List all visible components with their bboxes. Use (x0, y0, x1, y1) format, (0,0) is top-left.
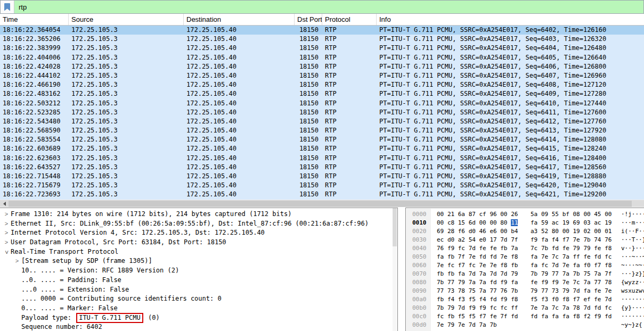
detail-line[interactable]: >Real-Time Transport Protocol (0, 247, 397, 257)
packet-row[interactable]: 18:16:22.643527172.25.105.3172.25.105.40… (0, 163, 644, 172)
packet-cell-protocol: RTP (322, 144, 377, 153)
hex-ascii: {wyzz··· ···~|zwx (621, 278, 644, 287)
collapse-chevron-icon[interactable]: > (2, 247, 11, 257)
packet-row[interactable]: 18:16:22.444102172.25.105.3172.25.105.40… (0, 71, 644, 80)
hex-byte: c8 (447, 219, 454, 226)
hex-byte: 7a (479, 321, 486, 328)
detail-line[interactable]: >Frame 1310: 214 bytes on wire (1712 bit… (0, 210, 397, 219)
expand-chevron-icon[interactable]: > (2, 210, 11, 219)
detail-line[interactable]: Sequence number: 6402 (0, 322, 397, 331)
packet-row[interactable]: 18:16:22.568590172.25.105.3172.25.105.40… (0, 126, 644, 135)
hex-row[interactable]: 00807b 77 79 7a 7a fd f9 fafe f9 f9 7e 7… (406, 278, 644, 287)
hex-row[interactable]: 00c0fc fb f5 f5 f7 fe 7f fdfd fa fa fa f… (406, 312, 644, 321)
column-header-time[interactable]: Time (0, 14, 69, 25)
packet-row[interactable]: 18:16:22.383999172.25.105.3172.25.105.40… (0, 44, 644, 53)
detail-line[interactable]: >Internet Protocol Version 4, Src: 172.2… (0, 228, 397, 238)
expand-chevron-icon[interactable]: > (2, 238, 11, 247)
packet-cell-time: 18:16:22.723693 (0, 190, 69, 199)
packet-row[interactable]: 18:16:22.583554172.25.105.3172.25.105.40… (0, 135, 644, 144)
hex-row[interactable]: 009077 73 78 75 7a 77 76 7b79 77 73 79 7… (406, 287, 644, 295)
column-header-dst_port[interactable]: Dst Port (295, 14, 322, 25)
packet-cell-destination: 172.25.105.40 (184, 117, 295, 126)
display-filter-input[interactable]: rtp (14, 1, 643, 13)
packet-row[interactable]: 18:16:22.715679172.25.105.3172.25.105.40… (0, 181, 644, 190)
detail-line[interactable]: >Ethernet II, Src: DLink_09:55:bf (00:26… (0, 219, 397, 229)
hex-byte: ec (437, 236, 444, 243)
column-header-protocol[interactable]: Protocol (322, 14, 377, 25)
packet-cell-protocol: RTP (322, 181, 377, 190)
hex-row[interactable]: 000000 21 6a 87 cf 96 00 265a 09 55 bf 0… (406, 210, 644, 219)
detail-line[interactable]: Payload type: ITU-T G.711 PCMU (0) (0, 313, 397, 323)
hex-byte: fa (541, 236, 548, 243)
hex-byte: 77 (437, 287, 444, 294)
packet-row[interactable]: 18:16:22.424028172.25.105.3172.25.105.40… (0, 62, 644, 71)
hex-row[interactable]: 0050fa fb 7f 7e fd fd 7e f8fa 7e 7c 7a f… (406, 253, 644, 261)
expand-chevron-icon[interactable]: > (13, 256, 21, 266)
filter-bookmark-button[interactable] (1, 1, 14, 13)
packet-cell-protocol: RTP (322, 71, 377, 80)
expand-chevron-icon[interactable]: > (2, 219, 11, 229)
hex-row[interactable]: 00a0fb f4 f3 f5 f4 fd f9 f8f5 f3 f0 f8 f… (406, 295, 644, 304)
packet-cell-info: PT=ITU-T G.711 PCMU, SSRC=0xA254E017, Se… (377, 163, 644, 172)
packet-cell-destination: 172.25.105.40 (184, 35, 295, 44)
details-vertical-scrollbar[interactable] (393, 208, 397, 331)
packet-cell-destination: 172.25.105.40 (184, 154, 295, 163)
packet-row[interactable]: 18:16:22.623603172.25.105.3172.25.105.40… (0, 154, 644, 163)
hex-byte: 78 (458, 287, 465, 294)
hex-byte: 7e (573, 236, 580, 243)
packet-cell-protocol: RTP (322, 53, 377, 62)
hex-row[interactable]: 00b07b 79 7d f9 f9 fc fc ff7e 7a 7c 7a 7… (406, 304, 644, 312)
packet-cell-source: 172.25.105.3 (69, 108, 184, 117)
packet-cell-destination: 172.25.105.40 (184, 163, 295, 172)
packet-row[interactable]: 18:16:22.364054172.25.105.3172.25.105.40… (0, 26, 644, 35)
hex-byte: 77 (447, 279, 454, 286)
packet-cell-dst_port: 18150 (295, 172, 322, 181)
hex-row[interactable]: 002069 28 f6 d0 46 e6 00 b4a3 52 80 00 1… (406, 227, 644, 236)
hex-row[interactable]: 001000 c8 15 6d 00 00 80 11fa 59 ac 19 6… (406, 219, 644, 227)
hex-byte: 76 (437, 245, 444, 252)
hex-byte: f4 (447, 296, 454, 303)
packet-row[interactable]: 18:16:22.365206172.25.105.3172.25.105.40… (0, 35, 644, 44)
packet-row[interactable]: 18:16:22.715448172.25.105.3172.25.105.40… (0, 172, 644, 181)
expand-chevron-icon[interactable]: > (2, 228, 11, 238)
packet-cell-source: 172.25.105.3 (69, 62, 184, 71)
hex-row[interactable]: 0030ec d0 a2 54 e0 17 7d 7ff9 fa f4 f7 7… (406, 236, 644, 244)
packet-cell-dst_port: 18150 (295, 144, 322, 153)
hex-ascii: ········ ·······} (621, 295, 644, 304)
detail-line[interactable]: 10.. .... = Version: RFC 1889 Version (2… (0, 266, 397, 276)
detail-line[interactable]: ...0 .... = Extension: False (0, 285, 397, 295)
horizontal-scrollbar-thumb[interactable] (9, 201, 632, 207)
hex-row[interactable]: 0070fb fb fa 7d 7a 7d 7d 797b 79 77 7a 7… (406, 270, 644, 278)
packet-row[interactable]: 18:16:22.543480172.25.105.3172.25.105.40… (0, 117, 644, 126)
detail-line[interactable]: ..0. .... = Padding: False (0, 276, 397, 285)
packet-row[interactable]: 18:16:22.523285172.25.105.3172.25.105.40… (0, 108, 644, 117)
hex-byte: 7a (469, 279, 476, 286)
column-header-info[interactable]: Info (377, 14, 644, 25)
packet-row[interactable]: 18:16:22.404006172.25.105.3172.25.105.40… (0, 53, 644, 62)
detail-line[interactable]: >[Stream setup by SDP (frame 1305)] (0, 256, 397, 266)
hex-byte: 7e (563, 262, 569, 269)
hex-row[interactable]: 00d07e 79 7e 7d 7a 7b ~y~}z{ (406, 321, 644, 329)
hex-row[interactable]: 00607e fc f7 fc 7e 7e f8 fbfa fc 7d 7e f… (406, 261, 644, 270)
packet-row[interactable]: 18:16:22.723693172.25.105.3172.25.105.40… (0, 190, 644, 199)
hex-byte: 00 (563, 228, 569, 235)
detail-line[interactable]: 0... .... = Marker: False (0, 304, 397, 313)
hex-byte: f4 (552, 236, 559, 243)
hex-bytes: fb fb fa 7d 7a 7d 7d 79 (437, 270, 518, 278)
details-scrollbar-thumb[interactable] (393, 208, 397, 246)
hex-ascii: v··}···z |{··yy·· (621, 244, 644, 253)
hex-row[interactable]: 004076 f9 fc 7d fe fe fb 7a7c 7b fd fe 7… (406, 244, 644, 253)
hex-byte: 52 (541, 228, 548, 235)
scroll-left-button[interactable] (0, 200, 9, 208)
horizontal-scrollbar[interactable] (0, 200, 644, 207)
packet-row[interactable]: 18:16:22.603689172.25.105.3172.25.105.40… (0, 144, 644, 153)
packet-row[interactable]: 18:16:22.466190172.25.105.3172.25.105.40… (0, 80, 644, 89)
column-header-source[interactable]: Source (69, 14, 184, 25)
packet-cell-dst_port: 18150 (295, 108, 322, 117)
detail-line[interactable]: .... 0000 = Contributing source identifi… (0, 294, 397, 304)
packet-row[interactable]: 18:16:22.483162172.25.105.3172.25.105.40… (0, 89, 644, 98)
packet-row[interactable]: 18:16:22.503212172.25.105.3172.25.105.40… (0, 99, 644, 108)
detail-line[interactable]: >User Datagram Protocol, Src Port: 63184… (0, 238, 397, 247)
hex-byte: ff (511, 304, 518, 311)
column-header-destination[interactable]: Destination (184, 14, 295, 25)
